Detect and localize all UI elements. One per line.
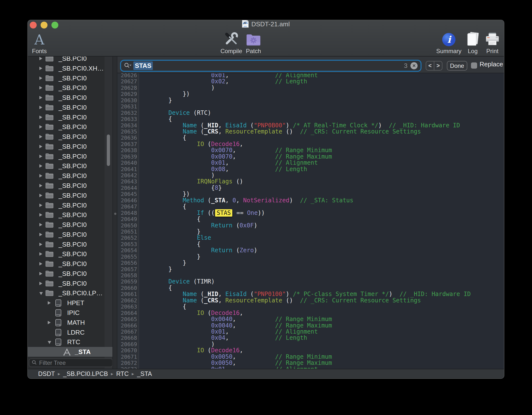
code-line[interactable]: 20651 } — [117, 229, 504, 235]
code-line[interactable]: 20628 ) — [117, 85, 504, 91]
sidebar-item--sb-pci0[interactable]: _SB.PCI0 — [28, 132, 112, 142]
replace-checkbox[interactable] — [471, 62, 477, 69]
disclosure-collapsed-icon[interactable] — [39, 76, 42, 80]
disclosure-collapsed-icon[interactable] — [39, 174, 42, 178]
disclosure-collapsed-icon[interactable] — [39, 116, 42, 119]
code-line[interactable]: 20664 IO (Decode16, — [117, 310, 504, 316]
code-line[interactable]: 20645 }) — [117, 191, 504, 197]
disclosure-expanded-icon[interactable] — [39, 292, 43, 295]
code-line[interactable]: 20630 } — [117, 97, 504, 104]
disclosure-collapsed-icon[interactable] — [39, 233, 42, 236]
disclosure-collapsed-icon[interactable] — [39, 155, 42, 158]
sidebar-item--sb-pci0[interactable]: _SB.PCI0 — [28, 151, 112, 161]
code-line[interactable]: 20660 { — [117, 285, 504, 291]
disclosure-collapsed-icon[interactable] — [39, 67, 42, 70]
code-line[interactable]: 20666 0x0040, // Range Maximum — [117, 323, 504, 329]
sidebar-item--sb-pci0[interactable]: _SB.PCI0 — [28, 279, 112, 288]
search-icon[interactable] — [124, 62, 131, 69]
code-line[interactable]: 20633 { — [117, 116, 504, 122]
toolbar-print-button[interactable]: Print — [474, 30, 504, 55]
breadcrumb-item[interactable]: _STA — [137, 370, 152, 377]
code-line[interactable]: 20639 0x0070, // Range Maximum — [117, 154, 504, 160]
sidebar-item-math[interactable]: MATH — [28, 318, 112, 327]
code-line[interactable]: 20663 { — [117, 304, 504, 310]
disclosure-collapsed-icon[interactable] — [39, 252, 42, 256]
code-line[interactable]: 20653 { — [117, 241, 504, 247]
code-line[interactable]: 20634 Name (_HID, EisaId ("PNP0B00") /* … — [117, 122, 504, 129]
sidebar-item--sb-pci0[interactable]: _SB.PCI0 — [28, 200, 112, 210]
disclosure-collapsed-icon[interactable] — [48, 321, 51, 324]
code-line[interactable]: 20636 { — [117, 135, 504, 141]
code-line[interactable]: 20650 Return (0x0F) — [117, 222, 504, 229]
sidebar-item--sb-pci0[interactable]: _SB.PCI0 — [28, 220, 112, 230]
toolbar-fonts-button[interactable]: A Fonts — [28, 30, 58, 55]
code-line[interactable]: 20658 — [117, 272, 504, 279]
sidebar-splitter[interactable] — [112, 57, 117, 369]
sidebar-item-hpet[interactable]: HPET — [28, 298, 112, 308]
sidebar-item-ldrc[interactable]: LDRC — [28, 327, 112, 337]
code-line[interactable]: 20665 0x0040, // Range Minimum — [117, 316, 504, 322]
disclosure-collapsed-icon[interactable] — [48, 301, 51, 305]
code-line[interactable]: 20656 } — [117, 260, 504, 266]
sidebar-item--sb-pci0[interactable]: _SB.PCI0 — [28, 112, 112, 122]
code-line[interactable]: 20652 Else — [117, 235, 504, 241]
code-line[interactable]: 20655 } — [117, 254, 504, 260]
sidebar-item--sb-pci0[interactable]: _SB.PCI0 — [28, 249, 112, 259]
filter-tree-input[interactable]: Filter Tree — [29, 358, 112, 367]
disclosure-collapsed-icon[interactable] — [39, 204, 42, 207]
code-line[interactable]: 20626 0x01, // Alignment — [117, 73, 504, 78]
sidebar-item--sb-pci0[interactable]: _SB.PCI0 — [28, 161, 112, 171]
code-editor[interactable]: 20626 0x01, // Alignment20627 0x02, // L… — [117, 73, 504, 369]
code-line[interactable]: 20642 ) — [117, 172, 504, 178]
sidebar-item--sb-pci0-xh-[interactable]: _SB.PCI0.XH… — [28, 63, 112, 73]
code-line[interactable]: 20641 0x08, // Length — [117, 166, 504, 172]
breadcrumb-item[interactable]: DSDT — [38, 370, 55, 377]
disclosure-collapsed-icon[interactable] — [39, 272, 42, 275]
sidebar-item--sb-pci0[interactable]: _SB.PCI0 — [28, 73, 112, 83]
disclosure-collapsed-icon[interactable] — [39, 57, 42, 60]
sidebar-item--sb-pci0[interactable]: _SB.PCI0 — [28, 239, 112, 249]
breadcrumb-item[interactable]: RTC — [116, 370, 129, 377]
code-line[interactable]: 20629 }) — [117, 91, 504, 97]
sidebar-item--sb-pci0[interactable]: _SB.PCI0 — [28, 230, 112, 239]
sidebar-item--sb-pci0[interactable]: _SB.PCI0 — [28, 57, 112, 63]
code-line[interactable]: 20644 {8} — [117, 185, 504, 191]
code-line[interactable]: 20637 IO (Decode16, — [117, 141, 504, 147]
breadcrumb-item[interactable]: _SB.PCI0.LPCB — [63, 370, 108, 377]
code-line[interactable]: 20672 0x0050, // Range Maximum — [117, 360, 504, 366]
find-next-button[interactable]: > — [434, 61, 442, 70]
disclosure-collapsed-icon[interactable] — [39, 282, 42, 285]
code-line[interactable]: 20668 0x04, // Length — [117, 335, 504, 341]
disclosure-collapsed-icon[interactable] — [39, 243, 42, 246]
code-line[interactable]: 20631 — [117, 104, 504, 110]
code-line[interactable]: 20670 IO (Decode16, — [117, 347, 504, 354]
code-line[interactable]: 20648 If ((STAS == One)) — [117, 210, 504, 216]
code-line[interactable]: 20638 0x0070, // Range Minimum — [117, 147, 504, 153]
disclosure-expanded-icon[interactable] — [48, 341, 51, 344]
sidebar-item-ipic[interactable]: IPIC — [28, 308, 112, 318]
sidebar-item--sb-pci0[interactable]: _SB.PCI0 — [28, 122, 112, 132]
code-line[interactable]: 20646 Method (_STA, 0, NotSerialized) //… — [117, 197, 504, 204]
sidebar-item--sb-pci0[interactable]: _SB.PCI0 — [28, 181, 112, 191]
sidebar-item--sb-pci0[interactable]: _SB.PCI0 — [28, 259, 112, 269]
sidebar-item--sb-pci0[interactable]: _SB.PCI0 — [28, 269, 112, 279]
code-line[interactable]: 20643 IRQNoFlags () — [117, 178, 504, 185]
sidebar-item--sb-pci0[interactable]: _SB.PCI0 — [28, 93, 112, 103]
disclosure-collapsed-icon[interactable] — [39, 262, 42, 266]
code-line[interactable]: 20635 Name (_CRS, ResourceTemplate () //… — [117, 129, 504, 135]
disclosure-collapsed-icon[interactable] — [39, 184, 42, 187]
code-line[interactable]: 20627 0x02, // Length — [117, 78, 504, 85]
disclosure-collapsed-icon[interactable] — [39, 145, 42, 148]
code-line[interactable]: 20657 } — [117, 266, 504, 272]
code-line[interactable]: 20659 Device (TIMR) — [117, 279, 504, 285]
sidebar-item--sb-pci0-lp-[interactable]: _SB.PCI0.LP… — [28, 288, 112, 298]
code-line[interactable]: 20673 0x01, // Alignment — [117, 366, 504, 369]
sidebar-item--sb-pci0[interactable]: _SB.PCI0 — [28, 210, 112, 220]
code-line[interactable]: 20654 Return (Zero) — [117, 247, 504, 253]
disclosure-collapsed-icon[interactable] — [39, 96, 42, 99]
toolbar-patch-button[interactable]: Patch — [235, 30, 272, 55]
code-line[interactable]: 20671 0x0050, // Range Minimum — [117, 354, 504, 360]
sidebar-item--sb-pci0[interactable]: _SB.PCI0 — [28, 191, 112, 200]
code-line[interactable]: 20632 Device (RTC) — [117, 110, 504, 116]
sidebar-item--sta[interactable]: _STA — [28, 347, 112, 357]
